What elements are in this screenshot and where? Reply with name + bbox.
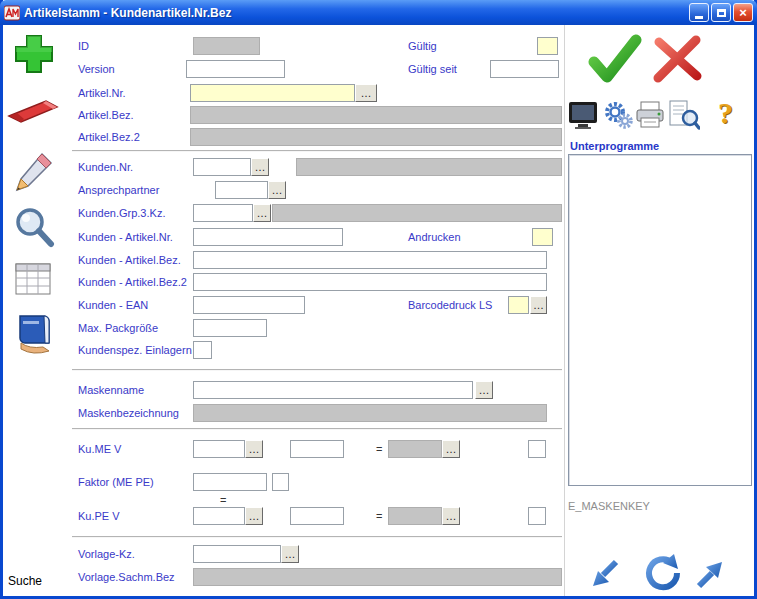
field-label-kunden-grp: Kunden.Grp.3.Kz. (78, 207, 165, 219)
close-button[interactable]: × (733, 3, 753, 22)
ok-button[interactable] (586, 34, 644, 90)
ku-me-v-browse-button[interactable]: … (245, 440, 263, 458)
table-button[interactable] (15, 263, 51, 299)
monitor-icon (568, 101, 598, 129)
ku-me-v-check-input[interactable] (528, 440, 546, 458)
minimize-icon (695, 16, 703, 19)
field-label-kunden-artikel-nr: Kunden - Artikel.Nr. (78, 231, 173, 243)
kunden-artikel-nr-input[interactable] (193, 228, 343, 246)
preview-button[interactable] (668, 100, 700, 134)
field-label-artikel-nr: Artikel.Nr. (78, 87, 126, 99)
kunden-artikel-bez-input[interactable] (193, 251, 547, 269)
kunden-nr-input[interactable] (193, 158, 251, 176)
book-hand-icon (13, 312, 55, 356)
field-label-gueltig-seit: Gültig seit (408, 63, 457, 75)
table-icon (15, 263, 51, 295)
book-button[interactable] (13, 312, 55, 360)
artikel-bez2-field (190, 128, 562, 146)
separator (72, 428, 562, 430)
maskenname-input[interactable] (193, 381, 473, 399)
field-label-kunden-artikel-bez2: Kunden - Artikel.Bez.2 (78, 276, 187, 288)
faktor-input[interactable] (193, 473, 267, 491)
settings-button[interactable] (603, 100, 633, 134)
ku-pe-v-qty-input[interactable] (290, 507, 344, 525)
field-label-kundenspez: Kundenspez. Einlagern (78, 344, 192, 356)
maximize-button[interactable] (711, 3, 731, 22)
cancel-button[interactable] (652, 34, 704, 88)
ku-me-v-input[interactable] (193, 440, 245, 458)
refresh-button[interactable] (644, 554, 682, 596)
ku-pe-v-browse-button[interactable]: … (245, 507, 263, 525)
arrow-down-left-icon (591, 558, 621, 590)
maskenbezeichnung-field (193, 404, 547, 422)
edit-button[interactable] (13, 150, 55, 198)
suche-label: Suche (8, 574, 42, 588)
barcodedruck-browse-button[interactable]: … (530, 296, 547, 314)
field-label-version: Version (78, 63, 115, 75)
equals-label: = (220, 494, 226, 506)
monitor-button[interactable] (568, 101, 598, 133)
kunden-nr-bez-field (296, 158, 562, 176)
maskenname-browse-button[interactable]: … (475, 381, 493, 399)
field-label-barcodedruck: Barcodedruck LS (408, 299, 492, 311)
kunden-grp-input[interactable] (193, 204, 253, 222)
artikel-nr-browse-button[interactable]: … (355, 84, 377, 102)
ansprechpartner-browse-button[interactable]: … (268, 181, 286, 199)
field-label-maskenname: Maskenname (78, 384, 144, 396)
separator (72, 536, 562, 538)
ku-pe-v-target-field (388, 507, 442, 525)
ku-pe-v-check-input[interactable] (528, 507, 546, 525)
ansprechpartner-input[interactable] (215, 181, 268, 199)
artikel-bez-field (190, 106, 562, 124)
navigate-forward-button[interactable] (694, 558, 724, 594)
vorlage-sachm-bez-field (193, 568, 562, 586)
minimize-button[interactable] (689, 3, 709, 22)
kunden-grp-browse-button[interactable]: … (253, 204, 271, 222)
kunden-artikel-bez2-input[interactable] (193, 273, 547, 291)
unterprogramme-label: Unterprogramme (570, 140, 659, 152)
help-button[interactable]: ? (718, 96, 733, 130)
field-label-ansprechpartner: Ansprechpartner (78, 184, 159, 196)
field-label-id: ID (78, 40, 89, 52)
window-title: Artikelstamm - Kundenartikel.Nr.Bez (24, 6, 687, 20)
unterprogramme-listbox[interactable] (568, 154, 752, 486)
maskenkey-label: E_MASKENKEY (568, 500, 650, 512)
kunden-ean-input[interactable] (193, 296, 305, 314)
navigate-back-button[interactable] (591, 558, 621, 594)
ku-me-v-target-browse-button[interactable]: … (442, 440, 460, 458)
ku-pe-v-input[interactable] (193, 507, 245, 525)
field-label-maskenbezeichnung: Maskenbezeichnung (78, 407, 179, 419)
artikel-nr-input[interactable] (190, 84, 355, 102)
print-button[interactable] (636, 101, 664, 133)
field-label-kunden-artikel-bez: Kunden - Artikel.Bez. (78, 254, 181, 266)
vorlage-kz-browse-button[interactable]: … (281, 545, 299, 563)
search-button[interactable] (13, 206, 55, 254)
field-label-kunden-ean: Kunden - EAN (78, 299, 148, 311)
maximize-icon (717, 9, 726, 17)
barcodedruck-field[interactable] (508, 296, 529, 314)
gueltig-seit-input[interactable] (490, 60, 559, 78)
arrow-up-right-icon (694, 558, 724, 590)
gueltig-field[interactable] (537, 37, 558, 55)
add-button[interactable] (13, 33, 55, 79)
field-label-max-packgroesse: Max. Packgröße (78, 322, 158, 334)
equals-label: = (376, 510, 382, 522)
faktor-unit-input[interactable] (272, 473, 289, 491)
kundenspez-einlagern-input[interactable] (193, 341, 212, 359)
magnifier-icon (13, 206, 55, 250)
question-mark-icon: ? (718, 96, 733, 129)
andrucken-field[interactable] (532, 228, 553, 246)
kunden-nr-browse-button[interactable]: … (251, 158, 269, 176)
ku-me-v-target-field (388, 440, 442, 458)
field-label-vorlage-kz: Vorlage-Kz. (78, 548, 135, 560)
delete-button[interactable] (6, 97, 60, 129)
printer-icon (636, 101, 664, 129)
titlebar: Artikelstamm - Kundenartikel.Nr.Bez × (0, 0, 757, 25)
ku-pe-v-target-browse-button[interactable]: … (442, 507, 460, 525)
max-packgroesse-input[interactable] (193, 319, 267, 337)
panel-divider (564, 25, 565, 596)
version-input[interactable] (186, 60, 285, 78)
vorlage-kz-input[interactable] (193, 545, 281, 563)
app-icon (4, 5, 20, 21)
ku-me-v-qty-input[interactable] (290, 440, 344, 458)
